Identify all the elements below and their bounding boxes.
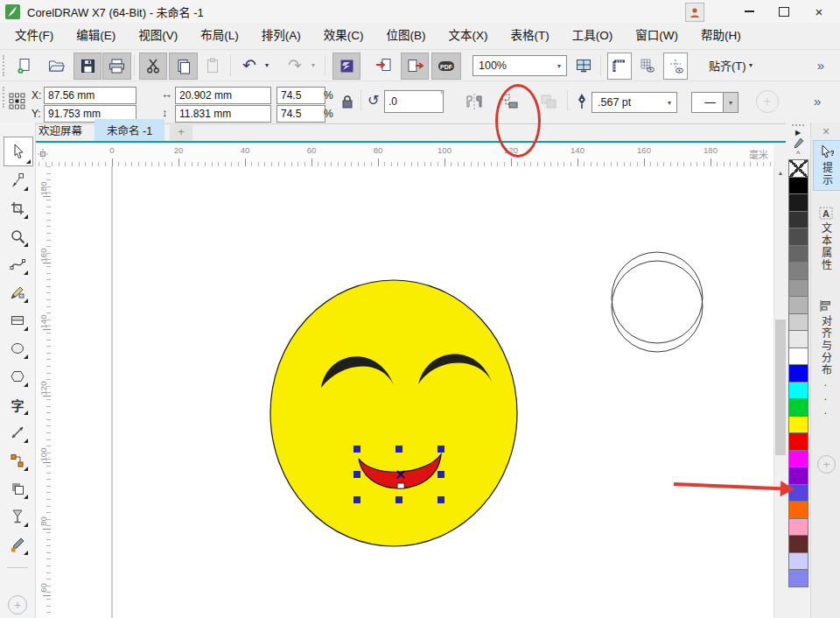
propbar-more-button[interactable]: » xyxy=(814,94,821,109)
palette-swatch-90-black[interactable] xyxy=(788,193,808,212)
palette-swatch-70-black[interactable] xyxy=(788,228,808,246)
docker-tab-align-distribute[interactable]: 对齐与分布... xyxy=(813,296,839,422)
text-tool[interactable]: 字 xyxy=(5,392,30,417)
palette-swatch-80-black[interactable] xyxy=(788,211,808,229)
mirror-buttons[interactable] xyxy=(464,93,485,110)
palette-swatch-cyan[interactable] xyxy=(788,382,808,400)
menu-window[interactable]: 窗口(W) xyxy=(624,23,690,49)
ruler-origin-icon[interactable] xyxy=(37,148,49,160)
rectangle-tool[interactable] xyxy=(5,308,30,333)
selection-handle[interactable] xyxy=(354,471,360,478)
palette-scroll-up[interactable]: ^ xyxy=(796,151,800,158)
selection-handle[interactable] xyxy=(354,446,360,453)
rotation-angle-input[interactable] xyxy=(384,90,444,113)
docker-add-button[interactable]: + xyxy=(817,455,836,474)
pick-tool[interactable] xyxy=(4,137,33,166)
object-width-input[interactable] xyxy=(175,87,271,104)
show-guidelines-toggle[interactable] xyxy=(663,53,688,80)
x-position-input[interactable] xyxy=(44,87,136,104)
close-button[interactable]: × xyxy=(802,1,836,22)
color-eyedropper-tool[interactable] xyxy=(5,532,30,557)
transparency-tool[interactable] xyxy=(5,504,30,529)
scroll-up-button[interactable]: ▲ xyxy=(774,166,787,179)
toolbar-more-button[interactable]: » xyxy=(810,53,831,78)
zoom-tool[interactable] xyxy=(5,224,30,249)
drop-shadow-tool[interactable] xyxy=(5,476,30,501)
menu-help[interactable]: 帮助(H) xyxy=(690,23,752,49)
drawing-canvas[interactable] xyxy=(51,166,774,618)
print-button[interactable] xyxy=(102,53,131,80)
palette-flyout-icon[interactable]: ▶ xyxy=(795,129,801,137)
freehand-tool[interactable] xyxy=(5,252,30,277)
outline-circle-1[interactable] xyxy=(612,252,703,343)
toolbox-add-button[interactable]: + xyxy=(8,595,27,614)
canvas-vscrollbar[interactable]: ▲ xyxy=(774,166,787,618)
palette-swatch-yellow[interactable] xyxy=(788,416,808,434)
toolbar-grip[interactable] xyxy=(3,55,4,76)
menu-effects[interactable]: 效果(C) xyxy=(312,23,375,49)
palette-swatch-pale-lavender[interactable] xyxy=(788,552,808,571)
show-rulers-toggle[interactable] xyxy=(607,53,632,80)
selection-handle[interactable] xyxy=(396,496,402,503)
scrollbar-thumb[interactable] xyxy=(775,320,786,455)
line-style-caret[interactable]: ▾ xyxy=(723,93,738,112)
tab-untitled-1[interactable]: 未命名 -1 xyxy=(94,119,164,141)
selection-handle[interactable] xyxy=(438,496,444,503)
menu-text[interactable]: 文本(X) xyxy=(438,23,500,49)
palette-swatch-60-black[interactable] xyxy=(788,245,808,263)
palette-swatch-no-color[interactable] xyxy=(788,159,808,178)
selection-handle[interactable] xyxy=(438,471,444,478)
zoom-combo-caret[interactable]: ▾ xyxy=(552,62,566,70)
user-account-icon[interactable] xyxy=(685,3,704,22)
show-grid-toggle[interactable] xyxy=(635,53,658,78)
smiley-face-shape[interactable] xyxy=(270,280,517,546)
selection-handle[interactable] xyxy=(438,446,444,453)
export-button[interactable] xyxy=(401,53,429,80)
menu-edit[interactable]: 编辑(E) xyxy=(65,23,127,49)
snap-to-dropdown[interactable]: 贴齐(T) ▾ xyxy=(698,53,763,78)
menu-bitmaps[interactable]: 位图(B) xyxy=(375,23,438,49)
palette-swatch-20-black[interactable] xyxy=(788,313,808,332)
outline-width-caret[interactable]: ▾ xyxy=(662,99,676,107)
palette-swatch-blue[interactable] xyxy=(788,364,808,383)
smart-drawing-tool[interactable] xyxy=(5,280,30,305)
fullscreen-preview-button[interactable] xyxy=(572,53,595,78)
ruler-horizontal[interactable]: 毫米 020406080100120140160180 xyxy=(35,144,774,167)
selection-handle[interactable] xyxy=(396,446,402,453)
maximize-button[interactable] xyxy=(766,1,802,22)
save-button[interactable] xyxy=(74,53,102,80)
palette-swatch-white[interactable] xyxy=(788,348,808,366)
import-button[interactable] xyxy=(371,53,396,78)
cut-button[interactable] xyxy=(139,53,167,80)
tab-welcome-screen[interactable]: 欢迎屏幕 xyxy=(26,119,94,141)
docker-close-button[interactable]: × xyxy=(811,124,840,138)
polygon-tool[interactable] xyxy=(5,364,30,389)
copy-button[interactable] xyxy=(169,53,198,80)
palette-swatch-30-black[interactable] xyxy=(788,296,808,314)
menu-arrange[interactable]: 排列(A) xyxy=(250,23,312,49)
docker-tab-text-properties[interactable]: A 文本属性 xyxy=(813,203,839,275)
crop-tool[interactable] xyxy=(5,196,30,221)
palette-eyedropper-icon[interactable] xyxy=(793,137,804,151)
palette-swatch-magenta[interactable] xyxy=(788,450,808,468)
minimize-button[interactable] xyxy=(732,1,766,22)
undo-dropdown[interactable]: ▾ xyxy=(262,53,272,78)
menu-table[interactable]: 表格(T) xyxy=(500,23,561,49)
ruler-vertical[interactable]: 1801601401201008060 xyxy=(35,166,52,618)
zoom-level-combo[interactable]: 100% ▾ xyxy=(472,55,567,76)
palette-swatch-orange[interactable] xyxy=(788,501,808,519)
palette-swatch-red[interactable] xyxy=(788,432,808,451)
undo-button[interactable]: ↶ xyxy=(238,53,261,78)
menu-layout[interactable]: 布局(L) xyxy=(189,23,250,49)
open-button[interactable] xyxy=(44,53,68,78)
new-document-tab-button[interactable]: + xyxy=(170,123,192,141)
scale-h-input[interactable] xyxy=(276,87,326,104)
palette-swatch-50-black[interactable] xyxy=(788,262,808,280)
palette-swatch-green[interactable] xyxy=(788,398,808,417)
propbar-grip[interactable] xyxy=(3,87,4,108)
menu-view[interactable]: 视图(V) xyxy=(127,23,189,49)
palette-swatch-10-black[interactable] xyxy=(788,330,808,348)
outline-circle-2[interactable] xyxy=(612,261,703,352)
palette-swatch-black[interactable] xyxy=(788,177,808,195)
menu-tools[interactable]: 工具(O) xyxy=(561,23,625,49)
